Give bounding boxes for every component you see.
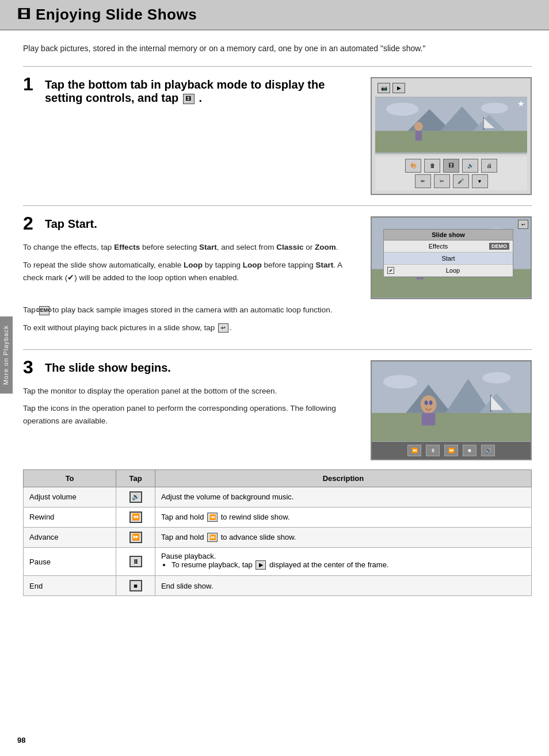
step-2-number: 2: [23, 214, 45, 232]
ss-loop-label: Loop: [396, 267, 509, 274]
ss-effects-label: Effects: [387, 243, 489, 250]
step-2-para-2: To repeat the slide show automatically, …: [23, 259, 359, 285]
svg-rect-23: [372, 413, 531, 441]
side-tab: More on Playback: [0, 316, 13, 394]
step-1-row: 1 Tap the bottom tab in playback mode to…: [23, 77, 532, 195]
table-cell-tap-rewind: ⏪: [116, 507, 155, 527]
svg-rect-32: [422, 413, 436, 426]
advance-icon: ⏩: [129, 532, 142, 543]
exit-icon: ↩: [218, 323, 228, 333]
intro-text: Play back pictures, stored in the intern…: [23, 42, 532, 55]
slideshow-ui: Slide show Effects DEMO Start ✔ Loop: [371, 216, 532, 299]
svg-point-6: [481, 103, 508, 114]
svg-point-5: [386, 103, 419, 116]
pause-icon: ⏸: [129, 556, 142, 567]
step-2-extra2: To exit without playing back pictures in…: [23, 322, 532, 334]
page-header: 🎞 Enjoying Slide Shows: [0, 0, 549, 30]
table-cell-desc-end: End slide show.: [155, 576, 531, 596]
svg-point-30: [425, 400, 428, 405]
ctrl-edit-btn: ✏: [415, 174, 431, 188]
step-2-left: 2 Tap Start. To change the effects, tap …: [23, 216, 359, 289]
step-2-extra: Tap DEMO to play back sample images stor…: [23, 304, 532, 339]
ss-panel-loop-row: ✔ Loop: [384, 265, 513, 277]
step-3-content: The slide show begins.: [45, 360, 359, 379]
page: 🎞 Enjoying Slide Shows More on Playback …: [0, 0, 549, 756]
step-2-image: Slide show Effects DEMO Start ✔ Loop: [371, 216, 532, 299]
svg-point-28: [482, 372, 510, 384]
ctrl-effects-btn: 🎨: [405, 159, 421, 173]
step-2-content: Tap Start.: [45, 216, 359, 235]
table-row-pause: Pause ⏸ Pause playback. To resume playba…: [24, 547, 532, 576]
svg-point-31: [429, 400, 433, 405]
pb-pause-btn: ⏸: [426, 445, 440, 456]
step-1-content: Tap the bottom tab in playback mode to d…: [45, 77, 359, 109]
advance-icon-inline: ⏩: [207, 533, 218, 542]
pb-stop-btn: ■: [463, 445, 476, 456]
pb-controls: ⏪ ⏸ ⏩ ■ 🔊: [372, 442, 531, 459]
step-3-left: 3 The slide show begins. Tap the monitor…: [23, 360, 359, 433]
camera-ui-step1: 📷 ▶: [371, 77, 532, 195]
camera-image-area: ★: [375, 97, 527, 154]
step-1-number: 1: [23, 75, 45, 93]
content: Play back pictures, stored in the intern…: [0, 30, 549, 641]
table-cell-tap-end: ■: [116, 576, 155, 596]
rewind-icon-inline: ⏪: [207, 513, 218, 522]
page-number: 98: [17, 736, 25, 744]
table-cell-desc-rewind: Tap and hold ⏪ to rewind slide show.: [155, 507, 531, 527]
table-cell-tap-advance: ⏩: [116, 527, 155, 547]
table-cell-to-rewind: Rewind: [24, 507, 116, 527]
step-2-title: Tap Start.: [45, 217, 359, 231]
page-title: Enjoying Slide Shows: [36, 6, 197, 24]
camera-controls: 🎨 🗑 🎞 🔊 🖨 ✏ ✂ 🎤 ♥: [375, 156, 527, 190]
play-icon-inline: ▶: [256, 560, 266, 570]
table-cell-desc-volume: Adjust the volume of background music.: [155, 487, 531, 507]
table-cell-desc-pause: Pause playback. To resume playback, tap …: [155, 547, 531, 576]
ss-loop-checkbox: ✔: [387, 267, 394, 274]
ctrl-mic-btn: 🎤: [453, 174, 469, 188]
ss-panel: Slide show Effects DEMO Start ✔ Loop: [383, 229, 513, 277]
step-1-left: 1 Tap the bottom tab in playback mode to…: [23, 77, 359, 115]
step-3-number: 3: [23, 358, 45, 376]
step-2-row: 2 Tap Start. To change the effects, tap …: [23, 216, 532, 299]
table-cell-to-volume: Adjust volume: [24, 487, 116, 507]
rewind-icon: ⏪: [129, 511, 142, 523]
table-row-end: End ■ End slide show.: [24, 576, 532, 596]
step-2-extra1: Tap DEMO to play back sample images stor…: [23, 304, 532, 316]
step-3-title: The slide show begins.: [45, 361, 359, 375]
step-2-para-1: To change the effects, tap Effects befor…: [23, 241, 359, 254]
cam-play-icon: ▶: [392, 83, 405, 93]
ss-start-label: Start: [387, 255, 509, 262]
stop-icon: ■: [129, 580, 142, 591]
table-cell-to-pause: Pause: [24, 547, 116, 576]
ctrl-print-btn: 🖨: [481, 159, 497, 173]
ctrl-slideshow-btn: 🎞: [443, 159, 459, 173]
ctrl-row-1: 🎨 🗑 🎞 🔊 🖨: [379, 159, 524, 173]
step-3-image: ⏪ ⏸ ⏩ ■ 🔊: [371, 360, 532, 460]
step-1-header: 1 Tap the bottom tab in playback mode to…: [23, 77, 359, 109]
table-row-advance: Advance ⏩ Tap and hold ⏩ to advance slid…: [24, 527, 532, 547]
step-3: 3 The slide show begins. Tap the monitor…: [23, 349, 532, 607]
ss-back-btn: ↩: [518, 220, 528, 229]
ctrl-trash-btn: 🗑: [424, 159, 440, 173]
svg-point-29: [421, 395, 437, 414]
operations-table: To Tap Description Adjust volume 🔊 Adjus…: [23, 469, 532, 597]
step-1-image: 📷 ▶: [371, 77, 532, 195]
step-1-title: Tap the bottom tab in playback mode to d…: [45, 78, 359, 105]
header-icon: 🎞: [17, 7, 30, 22]
ss-demo-badge: DEMO: [489, 243, 509, 250]
svg-point-7: [414, 123, 423, 131]
step-3-para-2: Tap the icons in the operation panel to …: [23, 402, 359, 428]
table-row-volume: Adjust volume 🔊 Adjust the volume of bac…: [24, 487, 532, 507]
step-3-body: Tap the monitor to display the operation…: [23, 385, 359, 428]
table-cell-to-end: End: [24, 576, 116, 596]
ctrl-row-2: ✏ ✂ 🎤 ♥: [379, 174, 524, 188]
svg-rect-1: [375, 131, 527, 153]
cam-photo-icon: 📷: [378, 83, 390, 93]
table-cell-tap-pause: ⏸: [116, 547, 155, 576]
pb-rewind-btn: ⏪: [407, 445, 421, 456]
pb-image: [372, 361, 531, 442]
table-header-description: Description: [155, 469, 531, 487]
demo-icon: DEMO: [39, 306, 49, 315]
table-cell-tap-volume: 🔊: [116, 487, 155, 507]
step-1-slideshow-icon: 🎞: [183, 94, 195, 104]
